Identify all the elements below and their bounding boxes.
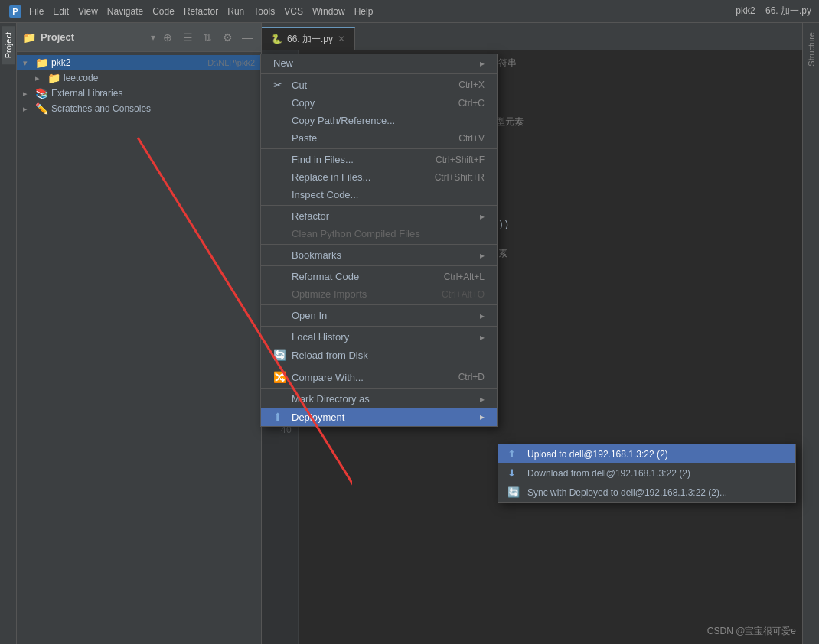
menu-item-new-label: New: [273, 57, 480, 69]
locate-icon[interactable]: ⊕: [160, 30, 175, 45]
menu-item-reformatcode-label: Reformat Code: [292, 271, 429, 282]
menu-item-new[interactable]: New ▸: [261, 54, 497, 72]
menu-item-comparewith[interactable]: 🔀 Compare With... Ctrl+D: [261, 368, 497, 386]
left-side-tabs: Project: [0, 23, 17, 644]
minimize-icon[interactable]: —: [240, 30, 255, 45]
menu-item-copy-label: Copy: [292, 97, 443, 109]
optimizeimports-shortcut: Ctrl+Alt+O: [442, 289, 485, 300]
menu-vcs[interactable]: VCS: [284, 6, 303, 17]
deployment-submenu[interactable]: ⬆ Upload to dell@192.168.1.3:22 (2) ⬇ Do…: [498, 444, 796, 503]
menu-item-cut[interactable]: ✂ Cut Ctrl+X: [261, 76, 497, 94]
replaceinfiles-shortcut: Ctrl+Shift+R: [435, 172, 485, 183]
editor-tab-file[interactable]: 🐍 66. 加一.py ✕: [262, 27, 355, 50]
menu-item-replaceinfiles[interactable]: Replace in Files... Ctrl+Shift+R: [261, 168, 497, 186]
project-dropdown[interactable]: ▾: [151, 32, 155, 43]
menu-item-reformatcode[interactable]: Reformat Code Ctrl+Alt+L: [261, 268, 497, 285]
findinfiles-shortcut: Ctrl+Shift+F: [436, 154, 485, 165]
tree-label-scratches: Scratches and Consoles: [51, 103, 255, 114]
python-file-icon: 🐍: [271, 34, 282, 44]
tree-arrow: ▾: [23, 58, 35, 68]
upload-icon: ⬆: [507, 448, 523, 460]
menu-separator: [261, 244, 497, 245]
menu-item-copypath-label: Copy Path/Reference...: [292, 115, 485, 126]
tab-close-icon[interactable]: ✕: [338, 34, 345, 44]
project-panel: 📁 Project ▾ ⊕ ☰ ⇅ ⚙ — ▾ 📁 pkk2 D:\NLP\pk…: [17, 23, 262, 644]
tree-item-external-libraries[interactable]: ▸ 📚 External Libraries: [17, 86, 261, 101]
submenu-arrow: ▸: [480, 58, 485, 69]
window-title: pkk2 – 66. 加一.py: [736, 5, 811, 18]
menu-item-cut-label: Cut: [292, 80, 443, 91]
submenu-arrow: ▸: [480, 211, 485, 222]
menu-item-localhistory[interactable]: Local History ▸: [261, 328, 497, 346]
watermark: CSDN @宝宝很可爱e: [707, 625, 796, 638]
context-menu[interactable]: New ▸ ✂ Cut Ctrl+X Copy Ctrl+C Copy Path…: [260, 54, 498, 427]
menu-refactor[interactable]: Refactor: [184, 6, 218, 17]
editor-tabs: 🐍 66. 加一.py ✕: [262, 23, 802, 50]
tree-item-pkk2[interactable]: ▾ 📁 pkk2 D:\NLP\pkk2: [17, 55, 261, 70]
menu-view[interactable]: View: [78, 6, 98, 17]
submenu-item-download[interactable]: ⬇ Download from dell@192.168.1.3:22 (2): [498, 463, 795, 483]
tree-path-pkk2: D:\NLP\pkk2: [207, 58, 255, 67]
menu-item-openin[interactable]: Open In ▸: [261, 307, 497, 324]
submenu-item-sync[interactable]: 🔄 Sync with Deployed to dell@192.168.1.3…: [498, 483, 795, 502]
menu-window[interactable]: Window: [312, 6, 345, 17]
tree-item-scratches[interactable]: ▸ ✏️ Scratches and Consoles: [17, 101, 261, 116]
app-logo: P: [8, 4, 23, 19]
menu-item-copy[interactable]: Copy Ctrl+C: [261, 94, 497, 112]
menu-separator: [261, 326, 497, 327]
menu-separator: [261, 265, 497, 266]
menu-separator: [261, 388, 497, 389]
submenu-download-label: Download from dell@192.168.1.3:22 (2): [527, 468, 690, 479]
cut-icon: ✂: [273, 79, 289, 91]
menu-edit[interactable]: Edit: [53, 6, 69, 17]
menu-item-paste[interactable]: Paste Ctrl+V: [261, 129, 497, 147]
title-bar: P File Edit View Navigate Code Refactor …: [0, 0, 819, 23]
menu-item-copypath[interactable]: Copy Path/Reference...: [261, 112, 497, 129]
sidebar-item-structure[interactable]: Structure: [805, 26, 817, 73]
menu-item-replaceinfiles-label: Replace in Files...: [292, 171, 419, 183]
copy-shortcut: Ctrl+C: [458, 98, 485, 109]
menu-bar[interactable]: File Edit View Navigate Code Refactor Ru…: [29, 6, 373, 17]
sort-icon[interactable]: ⇅: [200, 30, 215, 45]
submenu-arrow: ▸: [480, 411, 485, 422]
tree-arrow: ▸: [23, 89, 35, 99]
reformatcode-shortcut: Ctrl+Alt+L: [444, 272, 485, 282]
menu-item-deployment[interactable]: ⬆ Deployment ▸: [261, 408, 497, 426]
menu-navigate[interactable]: Navigate: [107, 6, 143, 17]
menu-item-reloadfromdisk[interactable]: 🔄 Reload from Disk: [261, 346, 497, 364]
menu-run[interactable]: Run: [227, 6, 244, 17]
menu-item-localhistory-label: Local History: [292, 331, 480, 343]
menu-file[interactable]: File: [29, 6, 44, 17]
menu-code[interactable]: Code: [152, 6, 175, 17]
scratches-icon: ✏️: [35, 102, 48, 115]
menu-item-findinfiles[interactable]: Find in Files... Ctrl+Shift+F: [261, 151, 497, 168]
project-header: 📁 Project ▾ ⊕ ☰ ⇅ ⚙ —: [17, 23, 261, 52]
submenu-item-upload[interactable]: ⬆ Upload to dell@192.168.1.3:22 (2): [498, 444, 795, 463]
menu-separator: [261, 304, 497, 305]
menu-item-optimizeimports: Optimize Imports Ctrl+Alt+O: [261, 285, 497, 303]
menu-item-refactor[interactable]: Refactor ▸: [261, 207, 497, 225]
compare-icon: 🔀: [273, 371, 289, 383]
tree-label-leetcode: leetcode: [64, 73, 255, 83]
menu-help[interactable]: Help: [354, 6, 374, 17]
tree-label-external-libraries: External Libraries: [51, 88, 255, 99]
tree-item-leetcode[interactable]: ▸ 📁 leetcode: [17, 70, 261, 86]
menu-item-markdirectoryas-label: Mark Directory as: [292, 393, 480, 405]
menu-item-inspectcode[interactable]: Inspect Code...: [261, 186, 497, 203]
menu-item-bookmarks[interactable]: Bookmarks ▸: [261, 246, 497, 264]
svg-text:P: P: [12, 7, 18, 16]
menu-item-markdirectoryas[interactable]: Mark Directory as ▸: [261, 390, 497, 408]
folder-icon: 📁: [23, 31, 36, 44]
menu-item-findinfiles-label: Find in Files...: [292, 154, 420, 165]
tab-label: 66. 加一.py: [287, 33, 333, 46]
reload-icon: 🔄: [273, 349, 289, 361]
submenu-upload-label: Upload to dell@192.168.1.3:22 (2): [527, 449, 668, 460]
deployment-icon: ⬆: [273, 411, 289, 423]
sidebar-item-project[interactable]: Project: [2, 26, 15, 64]
library-icon: 📚: [35, 87, 48, 99]
menu-item-cleanpython-label: Clean Python Compiled Files: [292, 228, 485, 239]
menu-tools[interactable]: Tools: [253, 6, 275, 17]
project-title: Project: [41, 31, 146, 43]
settings-icon[interactable]: ⚙: [220, 30, 235, 45]
collapse-all-icon[interactable]: ☰: [180, 30, 195, 45]
